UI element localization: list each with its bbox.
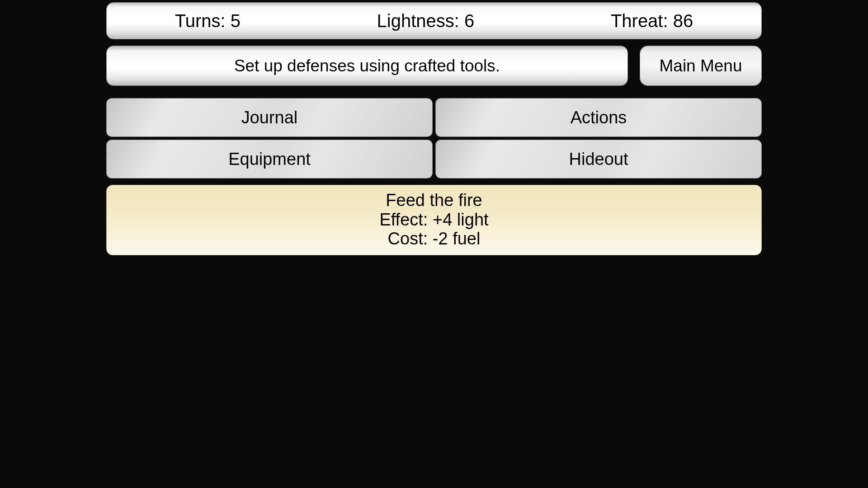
tab-equipment-label: Equipment [228,150,311,169]
turns-stat: Turns: 5 [175,11,241,31]
lightness-value: 6 [464,11,474,31]
action-title: Feed the fire [386,191,482,210]
threat-label: Threat: [611,11,668,31]
threat-stat: Threat: 86 [611,11,693,31]
tab-equipment[interactable]: Equipment [106,140,433,178]
tab-journal[interactable]: Journal [106,98,433,137]
lightness-stat: Lightness: 6 [377,11,475,31]
tab-hideout[interactable]: Hideout [435,140,762,178]
action-effect: Effect: +4 light [379,210,488,230]
turns-label: Turns: [175,11,226,31]
main-menu-label: Main Menu [659,56,742,75]
tab-hideout-label: Hideout [569,150,628,169]
lightness-label: Lightness: [377,11,459,31]
main-menu-button[interactable]: Main Menu [640,46,762,86]
action-card-feed-fire[interactable]: Feed the fire Effect: +4 light Cost: -2 … [106,185,762,255]
tab-journal-label: Journal [241,108,298,127]
tab-grid: Journal Actions Equipment Hideout [106,98,762,178]
objective-row: Set up defenses using crafted tools. Mai… [106,46,762,86]
game-screen: Turns: 5 Lightness: 6 Threat: 86 Set up … [105,0,763,369]
tab-actions[interactable]: Actions [435,98,762,137]
objective-text: Set up defenses using crafted tools. [234,56,500,75]
action-cost: Cost: -2 fuel [388,229,481,249]
stat-bar: Turns: 5 Lightness: 6 Threat: 86 [106,2,762,39]
threat-value: 86 [673,11,693,31]
tab-actions-label: Actions [571,108,627,127]
turns-value: 5 [231,11,241,31]
objective-panel: Set up defenses using crafted tools. [106,46,628,86]
